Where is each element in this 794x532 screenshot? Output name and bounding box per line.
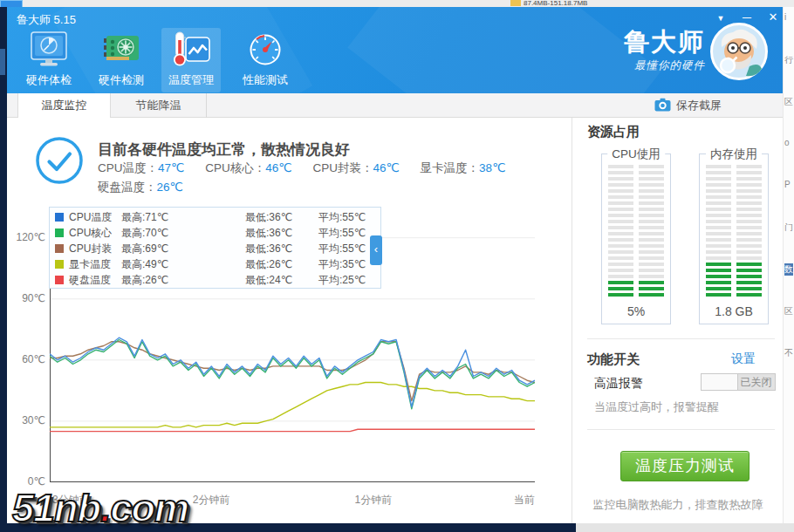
watermark: 51nb.com: [12, 486, 188, 531]
nav-item-hardware-checkup[interactable]: 硬件体检: [19, 28, 79, 92]
temperature-metrics-row1: CPU温度：47℃CPU核心：46℃CPU封装：46℃显卡温度：38℃: [98, 160, 505, 176]
y-axis-tick-label: 60℃: [12, 353, 45, 365]
temperature-metric: CPU封装：46℃: [312, 160, 399, 176]
status-headline: 目前各硬件温度均正常，散热情况良好: [98, 140, 350, 160]
legend-avg: 平均:55℃: [318, 226, 366, 241]
legend-avg: 平均:55℃: [318, 210, 366, 225]
function-switch-title: 功能开关: [587, 351, 640, 368]
legend-max: 最高:69℃: [121, 242, 245, 256]
metric-label: 硬盘温度：: [98, 181, 157, 194]
metric-label: CPU核心：: [205, 161, 265, 174]
metric-value: 26℃: [157, 181, 183, 194]
gauge-label: 内存使用: [706, 147, 762, 162]
x-axis-tick-label: 2分钟前: [193, 493, 230, 508]
gauge-label: CPU使用: [607, 147, 665, 162]
desktop-left-icon-fragment: [0, 49, 5, 75]
toggle-knob: [702, 374, 738, 390]
metric-value: 47℃: [158, 161, 184, 174]
metric-label: 显卡温度：: [421, 161, 480, 174]
nav-item-hardware-detect[interactable]: 硬件检测: [92, 28, 151, 92]
desktop-top-strip: 87.4MB-151.18.7MB: [0, 0, 794, 7]
save-screenshot-button[interactable]: 保存截屏: [654, 93, 722, 118]
y-axis-tick-label: 90℃: [12, 292, 45, 304]
legend-avg: 平均:55℃: [318, 242, 366, 256]
legend-row: 硬盘温度最高:26℃最低:24℃平均:25℃: [55, 272, 380, 288]
legend-swatch: [55, 244, 64, 253]
mascot-avatar: [710, 23, 768, 80]
gauge-green-fill: [608, 281, 633, 299]
temperature-metric: CPU温度：47℃: [98, 160, 184, 176]
temperature-metric: 硬盘温度：26℃: [98, 180, 183, 195]
legend-series-name: 硬盘温度: [69, 273, 121, 288]
app-header: 鲁大师 5.15 ▼ ─ ✕ 硬件体检硬件检测温度管理性能测试 鲁大师 最懂你的…: [7, 7, 783, 93]
check-circle-icon: [35, 136, 84, 188]
speed-gauge-icon: [236, 30, 295, 70]
legend-max: 最高:49℃: [121, 257, 245, 272]
high-temp-alarm-label: 高温报警: [594, 376, 643, 392]
monitor-radar-icon: [19, 30, 79, 70]
nav-item-label: 性能测试: [236, 72, 295, 88]
legend-series-name: CPU核心: [69, 226, 121, 241]
legend-min: 最低:26℃: [245, 257, 318, 272]
nav-item-label: 温度管理: [161, 72, 221, 88]
temperature-metric: 显卡温度：38℃: [421, 160, 506, 176]
gpu-card-icon: [92, 30, 151, 70]
y-axis-tick-label: 120℃: [12, 231, 45, 243]
temperature-metric: CPU核心：46℃: [205, 160, 291, 176]
nav-item-label: 硬件体检: [19, 72, 79, 88]
background-text-fragment: 区: [784, 96, 793, 108]
brand-logo: 鲁大师 最懂你的硬件: [557, 28, 705, 73]
logo-tagline: 最懂你的硬件: [557, 58, 705, 73]
background-folder-icon: [510, 0, 521, 6]
metric-value: 46℃: [373, 161, 399, 174]
metric-label: CPU温度：: [98, 161, 158, 174]
legend-swatch: [55, 228, 64, 237]
background-text-fragment: 数: [784, 263, 793, 276]
right-panel: 资源占用 CPU使用5%内存使用1.8 GB 功能开关 设置 高温报警 已关闭 …: [572, 118, 783, 523]
metric-label: CPU封装：: [312, 161, 373, 174]
temperature-metrics-row2: 硬盘温度：26℃: [98, 180, 183, 195]
legend-swatch: [55, 276, 64, 284]
chevron-left-icon: ‹: [374, 242, 378, 256]
background-text-fragment: 区: [784, 305, 793, 317]
legend-min: 最低:36℃: [245, 210, 318, 225]
x-axis-tick-label: 当前: [514, 493, 535, 508]
save-screenshot-label: 保存截屏: [676, 98, 722, 113]
background-text-fragment: 门: [784, 222, 793, 234]
background-text-fragment: 行: [784, 54, 793, 66]
y-axis-tick-label: 30℃: [12, 414, 45, 426]
gauge-green-fill: [706, 263, 731, 299]
legend-collapse-button[interactable]: ‹: [370, 235, 382, 265]
legend-swatch: [55, 213, 64, 222]
tab-energy-cooling[interactable]: 节能降温: [111, 93, 207, 118]
gauge-bar-column: [608, 165, 633, 299]
stress-test-description: 监控电脑散热能力，排查散热故障: [572, 497, 784, 513]
high-temp-alarm-toggle[interactable]: 已关闭: [701, 373, 776, 391]
temperature-stress-test-button[interactable]: 温度压力测试: [620, 451, 750, 481]
cpu-usage-gauge: CPU使用5%: [601, 153, 671, 324]
metric-value: 38℃: [479, 161, 505, 174]
settings-link[interactable]: 设置: [731, 351, 756, 367]
nav-item-temp-manage[interactable]: 温度管理: [161, 28, 221, 92]
divider: [587, 429, 775, 430]
gauge-value: 1.8 GB: [700, 304, 768, 318]
desktop-left-strip: [0, 7, 7, 532]
thermometer-chart-icon: [161, 30, 221, 70]
nav-item-perf-test[interactable]: 性能测试: [236, 28, 295, 92]
screen: 87.4MB-151.18.7MB i行区oP门数区不 鲁大师 5.15 ▼ ─…: [0, 0, 794, 532]
legend-row: CPU核心最高:70℃最低:36℃平均:55℃: [55, 225, 380, 241]
legend-row: CPU温度最高:71℃最低:36℃平均:55℃: [55, 209, 380, 225]
watermark-dot: .: [100, 486, 111, 530]
legend-max: 最高:26℃: [121, 273, 245, 288]
legend-min: 最低:24℃: [245, 273, 318, 288]
tab-temperature-monitor[interactable]: 温度监控: [17, 93, 111, 118]
legend-max: 最高:70℃: [121, 226, 245, 241]
gauge-bars: [608, 165, 664, 299]
legend-series-name: CPU封装: [69, 242, 121, 256]
background-text-fragment: i: [784, 12, 786, 22]
toggle-state-label: 已关闭: [737, 374, 775, 390]
background-text-fragment: 不: [784, 347, 793, 359]
legend-row: 显卡温度最高:49℃最低:26℃平均:35℃: [55, 256, 380, 272]
camera-icon: [654, 98, 671, 114]
alarm-description: 当温度过高时，报警提醒: [594, 399, 719, 415]
